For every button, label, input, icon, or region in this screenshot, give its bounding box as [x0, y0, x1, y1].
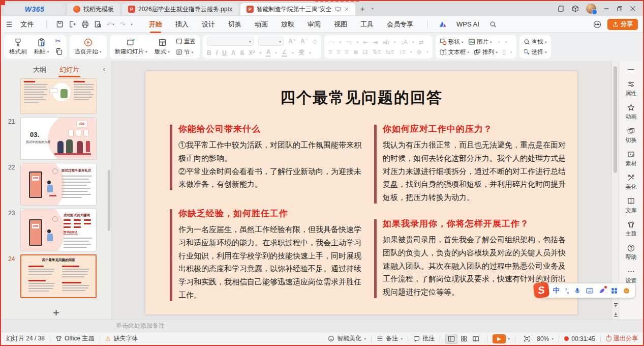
more-options-icon[interactable] — [593, 20, 601, 28]
copy-icon[interactable] — [55, 48, 63, 56]
print-icon[interactable] — [81, 20, 89, 28]
panel-item-animation[interactable]: 动画 — [619, 101, 643, 124]
select-button[interactable]: 选择▾ — [524, 48, 547, 56]
format-painter-button[interactable]: 格式刷 — [8, 38, 28, 55]
qa-block-handle-pressure[interactable]: 你如何应对工作中的压力？ 我认为有压力很正常，而且也无法避免，重点是在面对的时候… — [374, 123, 569, 205]
reset-button[interactable]: 重置 — [176, 38, 196, 45]
menu-wps-ai[interactable]: WPS AI — [453, 18, 482, 30]
export-icon[interactable] — [69, 20, 76, 28]
numbering-icon[interactable]: ≕ — [346, 39, 352, 46]
section-button[interactable]: 节▾ — [176, 48, 196, 56]
previous-slide-button[interactable] — [612, 301, 619, 309]
tab-docer-template[interactable]: 找稻壳模板 — [67, 3, 120, 15]
underline-button[interactable]: U — [222, 49, 227, 56]
decrease-indent-icon[interactable]: ⇤ — [363, 39, 368, 46]
picture-button[interactable]: 图片▾ — [468, 38, 492, 46]
tab-list-chevron-icon[interactable]: ▾ — [367, 5, 378, 13]
panel-item-assets[interactable]: 素材 — [619, 148, 643, 170]
ime-language-mode[interactable]: 中 — [553, 286, 560, 295]
redo-icon[interactable]: ↷ — [119, 20, 126, 28]
menu-transition[interactable]: 切换 — [225, 18, 244, 31]
notes-placeholder[interactable]: 单击此处添加备注 — [116, 322, 165, 330]
start-from-page-button[interactable]: 当页开始▾ — [74, 38, 103, 55]
layout-button[interactable]: 版式▾ — [152, 38, 172, 55]
missing-font-warning[interactable]: ⚠ 缺失字体 — [105, 334, 138, 343]
font-color-button[interactable]: A — [266, 48, 270, 57]
fill-color-icon[interactable]: ◔ — [497, 38, 501, 46]
slide-sorter-view-button[interactable] — [457, 334, 470, 344]
menu-review[interactable]: 审阅 — [304, 18, 324, 31]
clear-format-icon[interactable]: ◇ — [313, 38, 317, 45]
char-spacing-icon[interactable]: ab — [382, 39, 389, 46]
superscript-button[interactable]: X² — [249, 49, 255, 56]
slide-thumbnail-21[interactable]: 03. 面试中的有效沟通 JOB — [20, 117, 97, 160]
outline-tab[interactable]: 大纲 — [32, 62, 47, 77]
tab-home[interactable]: W365 — [4, 3, 65, 15]
object-pane-icon[interactable]: ▯ — [502, 48, 506, 55]
ime-mic-icon[interactable] — [574, 287, 580, 294]
tab-document-2-active[interactable]: P 智能制造学院第十三周“安全 — [240, 3, 355, 15]
close-button[interactable] — [630, 6, 636, 12]
sogou-logo-icon[interactable]: S — [533, 282, 549, 299]
ime-emoji-icon[interactable] — [623, 287, 630, 294]
arrange-button[interactable]: 排列▾ — [474, 48, 498, 56]
panel-item-help[interactable]: 帮助 — [619, 241, 643, 264]
panel-item-transition[interactable]: 切换 — [619, 124, 643, 147]
zoom-control[interactable]: 80%▾ — [537, 335, 554, 342]
slides-tab[interactable]: 幻灯片 — [58, 62, 80, 77]
ime-toolbox-icon[interactable] — [611, 287, 618, 294]
panel-item-properties[interactable]: 属性 — [619, 77, 643, 100]
menu-slideshow[interactable]: 放映 — [278, 18, 297, 31]
increase-font-icon[interactable]: A⁺ — [288, 38, 296, 45]
align-left-icon[interactable]: ≡ — [328, 48, 332, 55]
sidebar-scrollbar[interactable] — [108, 170, 110, 231]
apps-cube-icon[interactable] — [572, 5, 579, 12]
theme-indicator[interactable]: Office 主题 — [55, 334, 94, 343]
new-tab-button[interactable]: ＋ — [357, 4, 367, 14]
slide-thumbnail-20[interactable] — [20, 78, 97, 114]
menu-insert[interactable]: 插入 — [172, 18, 192, 31]
font-name-select[interactable]: ▾ — [207, 37, 254, 46]
column-spacing-icon[interactable]: ⇆≡ — [386, 48, 394, 55]
char-border-button[interactable]: A — [231, 49, 236, 56]
scrollbar-thumb[interactable] — [614, 66, 617, 173]
next-slide-button[interactable] — [612, 310, 619, 319]
comments-button[interactable]: 批注 — [413, 334, 435, 343]
align-objects-icon[interactable]: ⊜ — [417, 48, 422, 55]
minimize-button[interactable] — [603, 6, 609, 12]
ime-punctuation-icon[interactable]: ’, — [565, 287, 569, 295]
slide-editor[interactable]: 四个最常见问题的回答 你能给公司带来什么 ①我平常工作中较为活跃，对团队的工作氛… — [145, 71, 577, 314]
line-spacing-icon[interactable]: ⇅≡ — [372, 48, 381, 55]
print-preview-icon[interactable] — [94, 20, 102, 28]
user-avatar[interactable] — [586, 4, 596, 14]
collapse-panel-icon[interactable]: ‹ — [103, 65, 105, 73]
menu-member[interactable]: 会员专享 — [384, 18, 416, 31]
paste-button[interactable]: 粘贴▾ — [32, 38, 51, 55]
normal-view-button[interactable] — [445, 334, 457, 344]
workspace-windows-icon[interactable] — [558, 5, 565, 12]
slideshow-play-button[interactable]: ▶ — [493, 334, 506, 343]
new-slide-button[interactable]: 新建幻灯片▾ — [114, 38, 149, 55]
undo-icon[interactable]: ↶▾ — [107, 20, 115, 28]
close-tab-icon[interactable] — [344, 7, 349, 12]
slide-thumbnail-23[interactable]: JOB 成功面试的关键词 面试的特点 — [20, 209, 97, 251]
reading-view-button[interactable] — [470, 334, 482, 344]
char-effect-button[interactable]: 变 — [298, 48, 304, 57]
fit-slide-button[interactable] — [520, 334, 533, 344]
shapes-button[interactable]: 形状▾ — [440, 38, 464, 46]
menu-file[interactable]: 文件 — [18, 18, 37, 31]
decrease-font-icon[interactable]: A⁻ — [300, 38, 308, 45]
text-convert-icon[interactable]: ⇄ — [419, 39, 424, 46]
slide-canvas-area[interactable]: 四个最常见问题的回答 你能给公司带来什么 ①我平常工作中较为活跃，对团队的工作氛… — [112, 61, 611, 320]
paragraph-layout-icon[interactable]: ↕≡ — [399, 48, 406, 55]
panel-item-library[interactable]: 文库 — [619, 194, 643, 217]
slide-title[interactable]: 四个最常见问题的回答 — [145, 88, 577, 108]
slide-thumbnail-22[interactable]: JOB 面试过程中基本礼仪 — [20, 163, 97, 206]
menu-animation[interactable]: 动画 — [252, 18, 271, 31]
collapse-right-panel-icon[interactable]: — — [628, 65, 634, 73]
align-right-icon[interactable]: ≡ — [345, 48, 348, 55]
increase-indent-icon[interactable]: ⇥ — [373, 39, 378, 46]
cut-icon[interactable]: ✂ — [55, 37, 63, 45]
highlight-color-button[interactable]: ∠ — [282, 48, 287, 57]
strikethrough-button[interactable]: S — [240, 49, 244, 56]
